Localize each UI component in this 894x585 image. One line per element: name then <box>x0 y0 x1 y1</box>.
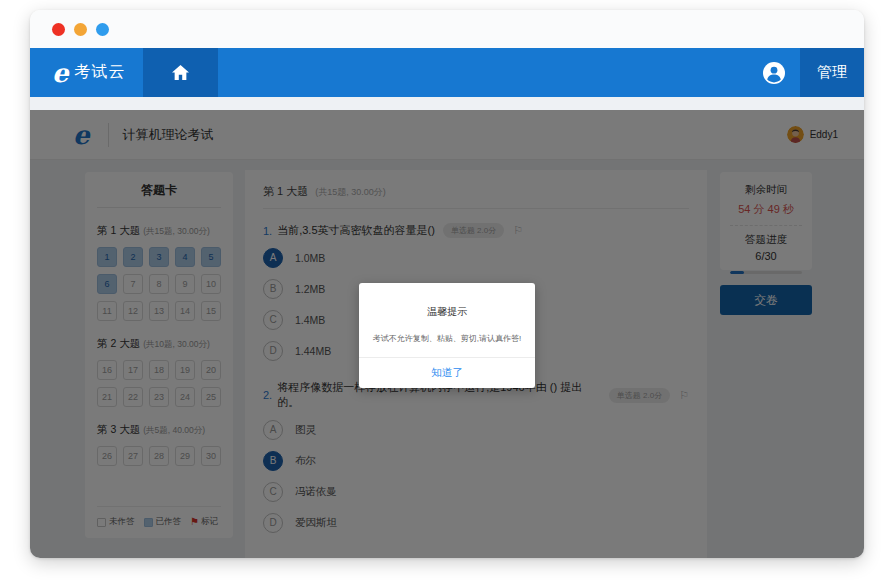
window-close-button[interactable] <box>52 23 65 36</box>
window-titlebar <box>30 10 864 48</box>
top-nav: e 考试云 管理 <box>30 48 864 97</box>
brand-logo-icon: e <box>52 60 69 86</box>
nav-home-tab[interactable] <box>143 48 218 97</box>
dialog-message: 考试不允许复制、粘贴、剪切,请认真作答! <box>359 333 535 344</box>
exam-page: e 计算机理论考试 Eddy1 答题卡 第 1 大题(共15题, 30.00分) <box>30 110 864 558</box>
brand-name: 考试云 <box>75 62 126 83</box>
dialog-footer: 知道了 <box>359 357 535 388</box>
dialog-title: 温馨提示 <box>359 305 535 319</box>
brand: e 考试云 <box>30 48 143 97</box>
window-minimize-button[interactable] <box>74 23 87 36</box>
window-maximize-button[interactable] <box>96 23 109 36</box>
dialog-confirm-button[interactable]: 知道了 <box>431 366 463 380</box>
nav-gap-strip <box>30 97 864 110</box>
browser-window: e 考试云 管理 e 计算机理论考试 <box>30 10 864 558</box>
alert-dialog: 温馨提示 考试不允许复制、粘贴、剪切,请认真作答! 知道了 <box>359 283 535 388</box>
user-account-icon[interactable] <box>762 48 786 97</box>
home-icon <box>171 64 190 81</box>
nav-manage[interactable]: 管理 <box>800 48 864 97</box>
